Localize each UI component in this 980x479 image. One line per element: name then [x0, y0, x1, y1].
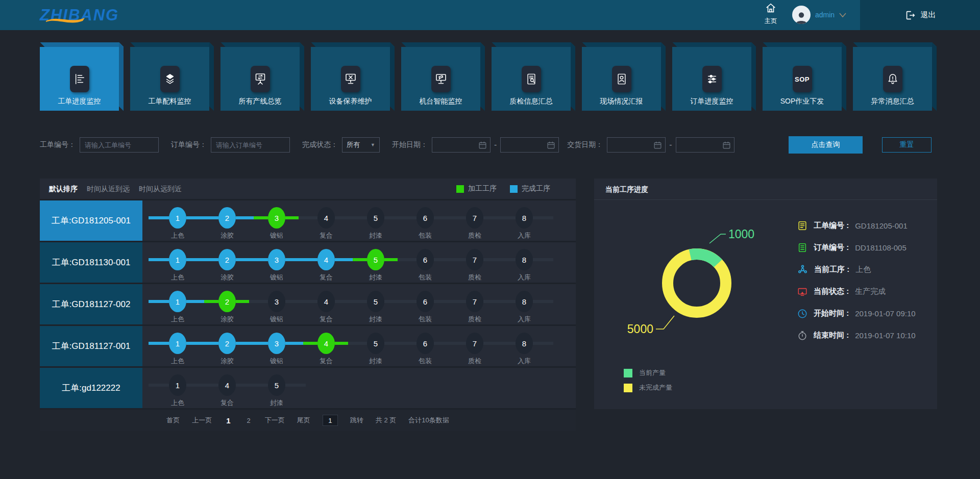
page-number-1[interactable]: 1: [224, 416, 232, 425]
step-circle: 3: [268, 333, 285, 354]
page-first[interactable]: 首页: [166, 416, 180, 425]
reset-button[interactable]: 重置: [882, 137, 932, 153]
home-icon: [765, 3, 777, 14]
process-step: 3 镀铝: [268, 291, 285, 324]
nav-tile-6[interactable]: 质检信息汇总: [492, 47, 571, 111]
track-connector: [186, 342, 218, 345]
top-header: ZHIBANG 主页 admin 退出: [0, 0, 980, 30]
nav-tile-2[interactable]: 工单配料监控: [130, 47, 209, 111]
calendar-icon: [653, 141, 662, 149]
step-label: 包装: [419, 231, 432, 240]
delivery-date-label: 交货日期：: [567, 140, 603, 149]
page-jump-input[interactable]: [323, 415, 338, 426]
track-connector: [186, 300, 218, 303]
process-step: 8 入库: [516, 249, 533, 282]
process-step: 2 涂胶: [218, 207, 236, 240]
work-order-title[interactable]: 工单:gd122222: [40, 368, 142, 408]
track-connector: [434, 258, 466, 261]
detail-field: 当前状态 : 生产完成: [797, 286, 916, 297]
track-stub: [533, 300, 553, 303]
process-step: 5 封漆: [367, 291, 384, 324]
step-circle: 5: [367, 249, 384, 270]
total-records: 合计10条数据: [408, 416, 449, 425]
logout-label: 退出: [921, 10, 936, 20]
list-icon: [70, 66, 89, 92]
work-order-title[interactable]: 工单:GD181127-002: [40, 284, 142, 324]
start-date-label: 开始日期：: [392, 140, 428, 149]
total-pages: 共 2 页: [376, 416, 396, 425]
nav-tile-7[interactable]: 现场情况汇报: [582, 47, 661, 111]
work-order-track: 1 上色 2 涂胶 3 镀铝 4 复合 5 封漆 6 包装 7 质检 8 入库: [142, 200, 553, 241]
track-connector: [335, 342, 367, 345]
step-label: 质检: [468, 231, 481, 240]
delivery-date-to-input[interactable]: [676, 137, 734, 153]
step-circle: 2: [218, 207, 236, 229]
work-order-input[interactable]: [80, 137, 159, 153]
step-circle: 6: [416, 333, 434, 354]
step-label: 封漆: [369, 357, 382, 366]
detail-field-value: GD181205-001: [855, 221, 908, 230]
work-order-row: 工单:GD181130-001 1 上色 2 涂胶 3 镀铝 4 复合 5 封漆…: [40, 241, 576, 283]
step-circle: 7: [466, 333, 483, 354]
sort-option-2[interactable]: 时间从近到远: [87, 185, 130, 193]
filter-bar: 工单编号： 订单编号： 完成状态： 所有 ▼ 开始日期： - 交货日期： - 点…: [40, 136, 932, 154]
nav-tile-10[interactable]: 异常消息汇总: [853, 47, 932, 111]
donut-legend-item: 未完成产量: [624, 383, 672, 392]
nav-tile-label: 质检信息汇总: [510, 97, 553, 106]
nav-tile-1[interactable]: 工单进度监控: [40, 47, 119, 111]
process-step: 5 封漆: [367, 333, 384, 366]
pagination-bar: 首页 上一页12下一页 尾页 跳转 共 2 页 合计10条数据: [40, 408, 576, 431]
track-connector: [483, 342, 516, 345]
detail-field-value: DD181108-005: [855, 243, 906, 252]
process-step: 5 封漆: [367, 207, 384, 240]
start-date-to-input[interactable]: [500, 137, 559, 153]
step-label: 涂胶: [220, 315, 234, 324]
work-order-track: 1 上色 2 涂胶 3 镀铝 4 复合 5 封漆 6 包装 7 质检 8 入库: [142, 284, 553, 324]
sort-options: 默认排序时间从近到远时间从远到近: [49, 184, 191, 194]
brand-logo: ZHIBANG: [40, 5, 142, 26]
svg-text:1000: 1000: [728, 228, 754, 241]
step-label: 上色: [171, 231, 184, 240]
nav-tile-9[interactable]: SOP SOP作业下发: [763, 47, 842, 111]
status-select[interactable]: 所有 ▼: [342, 137, 380, 153]
work-order-track: 1 上色 2 涂胶 3 镀铝 4 复合 5 封漆 6 包装 7 质检 8 入库: [142, 326, 553, 366]
sort-option-1[interactable]: 默认排序: [49, 185, 78, 193]
track-connector: [483, 216, 516, 219]
query-button[interactable]: 点击查询: [789, 136, 863, 154]
work-order-row: 工单:gd122222 1 上色 4 复合 5 封漆: [40, 366, 576, 408]
nav-tile-3[interactable]: 所有产线总览: [220, 47, 300, 111]
chevron-down-icon: [839, 13, 846, 17]
track-stub: [149, 258, 169, 261]
nav-tile-4[interactable]: 设备保养维护: [311, 47, 390, 111]
step-circle: 1: [169, 291, 186, 312]
page-number-2[interactable]: 2: [245, 417, 253, 424]
order-input[interactable]: [211, 137, 290, 153]
detail-panel-title: 当前工序进度: [594, 179, 937, 200]
step-label: 入库: [518, 315, 531, 324]
flow-icon: [251, 66, 270, 92]
user-menu[interactable]: admin: [792, 6, 846, 24]
detail-field-label: 当前工序 :: [814, 265, 849, 274]
step-circle: 3: [268, 249, 285, 270]
process-step: 6 包装: [416, 249, 434, 282]
work-order-title[interactable]: 工单:GD181205-001: [40, 200, 142, 241]
step-label: 上色: [171, 357, 184, 366]
delivery-date-from-input[interactable]: [607, 137, 666, 153]
work-order-filter-label: 工单编号：: [40, 140, 76, 149]
track-stub: [285, 384, 306, 387]
page-last[interactable]: 尾页: [297, 416, 310, 425]
page-prev[interactable]: 上一页: [192, 416, 212, 425]
work-order-title[interactable]: 工单:GD181127-001: [40, 326, 142, 366]
home-button[interactable]: 主页: [760, 3, 782, 26]
logout-button[interactable]: 退出: [860, 0, 980, 30]
sort-option-3[interactable]: 时间从远到近: [139, 185, 182, 193]
nav-tile-5[interactable]: 机台智能监控: [401, 47, 480, 111]
process-step: 3 镀铝: [268, 333, 285, 366]
page-jump-button[interactable]: 跳转: [350, 416, 363, 425]
start-date-from-input[interactable]: [432, 137, 491, 153]
work-order-title[interactable]: 工单:GD181130-001: [40, 242, 142, 283]
detail-field: 结束时间 : 2019-01-07 10:10: [797, 330, 916, 341]
step-label: 入库: [518, 357, 531, 366]
nav-tile-8[interactable]: 订单进度监控: [672, 47, 751, 111]
page-next[interactable]: 下一页: [265, 416, 285, 425]
